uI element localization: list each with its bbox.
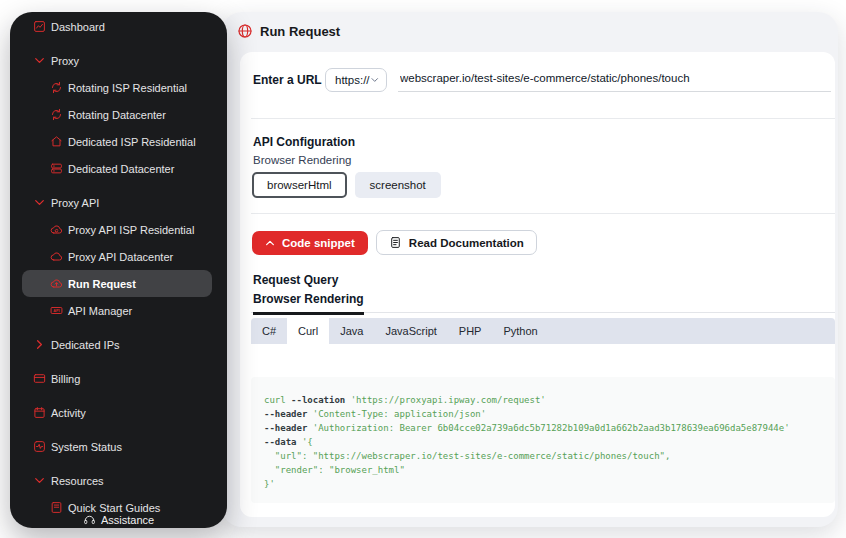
tab-browser-rendering[interactable]: Browser Rendering bbox=[253, 292, 364, 315]
code-line: --data '{ bbox=[264, 435, 827, 449]
tab-curl[interactable]: Curl bbox=[287, 318, 329, 344]
sidebar-item-label: Rotating ISP Residential bbox=[68, 82, 187, 94]
action-row: Code snippet Read Documentation bbox=[252, 230, 537, 255]
sidebar-item-billing[interactable]: Billing bbox=[22, 365, 212, 392]
url-label: Enter a URL bbox=[253, 73, 325, 87]
chevron-right-icon bbox=[33, 338, 46, 351]
cloud-upload-icon bbox=[50, 277, 63, 290]
pulse-icon bbox=[33, 440, 46, 453]
code-snippet-label: Code snippet bbox=[282, 237, 355, 249]
sidebar-item-rotating-isp-residential[interactable]: Rotating ISP Residential bbox=[22, 74, 212, 101]
tab-php[interactable]: PHP bbox=[448, 318, 493, 344]
sidebar-item-label: Proxy API bbox=[51, 197, 99, 209]
code-line: "url": "https://webscraper.io/test-sites… bbox=[264, 449, 827, 463]
chevron-down-icon bbox=[33, 474, 46, 487]
sidebar: DashboardProxyRotating ISP ResidentialRo… bbox=[10, 12, 227, 528]
code-line: --header 'Content-Type: application/json… bbox=[264, 407, 827, 421]
sidebar-item-activity[interactable]: Activity bbox=[22, 399, 212, 426]
sidebar-item-run-request[interactable]: Run Request bbox=[22, 270, 212, 297]
globe-icon bbox=[237, 23, 253, 39]
sidebar-item-label: Proxy API Datacenter bbox=[68, 251, 173, 263]
sidebar-item-label: API Manager bbox=[68, 305, 132, 317]
sidebar-item-label: System Status bbox=[51, 441, 122, 453]
sidebar-item-label: Dedicated IPs bbox=[51, 339, 119, 351]
svg-text:API: API bbox=[53, 309, 59, 313]
sidebar-item-dashboard[interactable]: Dashboard bbox=[22, 13, 212, 40]
sidebar-item-dedicated-datacenter[interactable]: Dedicated Datacenter bbox=[22, 155, 212, 182]
headset-icon bbox=[83, 513, 96, 526]
sidebar-item-dedicated-isp-residential[interactable]: Dedicated ISP Residential bbox=[22, 128, 212, 155]
sidebar-item-label: Run Request bbox=[68, 278, 136, 290]
home-icon bbox=[50, 135, 63, 148]
request-query-title: Request Query bbox=[253, 273, 338, 287]
code-line: "render": "browser_html" bbox=[264, 463, 827, 477]
cloud-rotate-icon bbox=[50, 223, 63, 236]
sidebar-item-system-status[interactable]: System Status bbox=[22, 433, 212, 460]
protocol-value: https:// bbox=[335, 74, 370, 86]
sidebar-item-proxy-api-datacenter[interactable]: Proxy API Datacenter bbox=[22, 243, 212, 270]
sidebar-item-label: Resources bbox=[51, 475, 104, 487]
tab-java[interactable]: Java bbox=[329, 318, 374, 344]
sidebar-item-label: Proxy bbox=[51, 55, 79, 67]
sidebar-item-assistance[interactable]: Assistance bbox=[22, 506, 212, 528]
api-config-title: API Configuration bbox=[253, 135, 355, 149]
rotate-icon bbox=[50, 108, 63, 121]
sidebar-item-label: Billing bbox=[51, 373, 80, 385]
sidebar-item-proxy-api-isp-residential[interactable]: Proxy API ISP Residential bbox=[22, 216, 212, 243]
content-card: Enter a URL https:// API Configuration B… bbox=[240, 52, 835, 517]
option-browserhtml[interactable]: browserHtml bbox=[252, 172, 347, 198]
divider bbox=[251, 213, 835, 214]
sidebar-item-rotating-datacenter[interactable]: Rotating Datacenter bbox=[22, 101, 212, 128]
main-panel: Run Request Enter a URL https:// API Con… bbox=[222, 12, 838, 527]
sidebar-item-dedicated-ips[interactable]: Dedicated IPs bbox=[22, 331, 212, 358]
tab-python[interactable]: Python bbox=[492, 318, 548, 344]
api-badge-icon: API bbox=[50, 304, 63, 317]
chevron-down-icon bbox=[370, 75, 379, 85]
card-icon bbox=[33, 372, 46, 385]
tab-javascript[interactable]: JavaScript bbox=[374, 318, 447, 344]
sidebar-item-label: Dedicated Datacenter bbox=[68, 163, 174, 175]
calendar-icon bbox=[33, 406, 46, 419]
chart-icon bbox=[33, 20, 46, 33]
read-documentation-label: Read Documentation bbox=[409, 237, 524, 249]
document-icon bbox=[389, 236, 402, 249]
page-title: Run Request bbox=[260, 24, 340, 39]
sidebar-item-resources[interactable]: Resources bbox=[22, 467, 212, 494]
server-icon bbox=[50, 162, 63, 175]
code-line: --header 'Authorization: Bearer 6b04cce0… bbox=[264, 421, 827, 435]
api-config-subtitle: Browser Rendering bbox=[253, 154, 351, 166]
render-options: browserHtmlscreenshot bbox=[252, 172, 441, 198]
sidebar-item-label: Proxy API ISP Residential bbox=[68, 224, 194, 236]
code-block: curl --location 'https://proxyapi.ipway.… bbox=[251, 377, 835, 503]
sidebar-item-proxy-api[interactable]: Proxy API bbox=[22, 189, 212, 216]
protocol-select[interactable]: https:// bbox=[325, 68, 387, 92]
sidebar-item-proxy[interactable]: Proxy bbox=[22, 47, 212, 74]
chevron-down-icon bbox=[33, 196, 46, 209]
sidebar-item-label: Dedicated ISP Residential bbox=[68, 136, 196, 148]
code-line: curl --location 'https://proxyapi.ipway.… bbox=[264, 393, 827, 407]
url-input[interactable] bbox=[398, 68, 831, 92]
divider bbox=[251, 118, 835, 119]
chevron-up-icon bbox=[265, 238, 275, 248]
code-snippet-button[interactable]: Code snippet bbox=[252, 231, 368, 255]
page-header: Run Request bbox=[237, 18, 340, 44]
sidebar-item-label: Dashboard bbox=[51, 21, 105, 33]
sidebar-item-label: Assistance bbox=[101, 514, 154, 526]
tab-c[interactable]: C# bbox=[251, 318, 287, 344]
sidebar-item-label: Rotating Datacenter bbox=[68, 109, 166, 121]
rotate-icon bbox=[50, 81, 63, 94]
cloud-icon bbox=[50, 250, 63, 263]
url-row: Enter a URL https:// bbox=[253, 65, 831, 95]
code-line: }' bbox=[264, 477, 827, 491]
chevron-down-icon bbox=[33, 54, 46, 67]
language-tabs: C#CurlJavaJavaScriptPHPPython bbox=[251, 318, 835, 344]
read-documentation-button[interactable]: Read Documentation bbox=[376, 230, 537, 255]
sidebar-item-label: Activity bbox=[51, 407, 86, 419]
sidebar-item-api-manager[interactable]: APIAPI Manager bbox=[22, 297, 212, 324]
option-screenshot[interactable]: screenshot bbox=[355, 172, 441, 198]
